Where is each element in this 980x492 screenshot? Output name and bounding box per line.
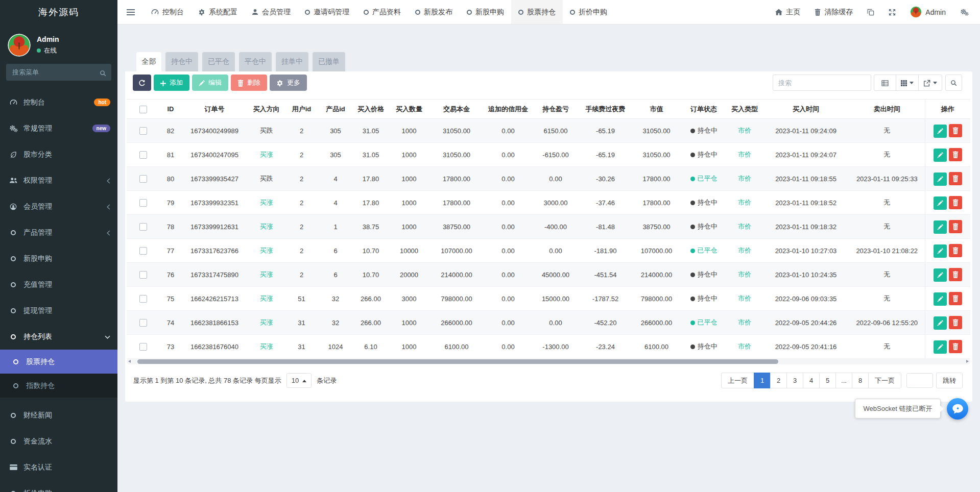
- search-button[interactable]: [945, 75, 962, 91]
- horizontal-scrollbar[interactable]: [127, 358, 970, 364]
- topnav-item-member[interactable]: 会员管理: [245, 0, 298, 24]
- row-checkbox[interactable]: [139, 271, 147, 279]
- pagination-page-8[interactable]: 8: [852, 373, 869, 388]
- topnav-item-stock-position[interactable]: 股票持仓: [511, 0, 563, 24]
- sidebar-toggle-button[interactable]: [117, 0, 144, 24]
- sidebar-item-fund-flow[interactable]: 资金流水: [0, 428, 117, 454]
- topnav-item-product-info[interactable]: 产品资料: [356, 0, 408, 24]
- topnav-item-system-config[interactable]: 系统配置: [191, 0, 245, 24]
- chat-widget-button[interactable]: [947, 398, 968, 420]
- tab-closing[interactable]: 平仓中: [239, 52, 272, 71]
- edit-row-button[interactable]: [934, 220, 947, 234]
- row-checkbox[interactable]: [139, 151, 147, 159]
- topnav-item-discount-buy[interactable]: 折价申购: [563, 0, 614, 24]
- select-all-checkbox[interactable]: [139, 106, 147, 113]
- topnav-settings[interactable]: [953, 0, 976, 24]
- circle-icon: [518, 10, 523, 15]
- edit-row-button[interactable]: [934, 316, 947, 330]
- more-button[interactable]: 更多: [270, 75, 307, 91]
- jump-button[interactable]: 跳转: [936, 373, 963, 388]
- scroll-left-arrow-icon[interactable]: [128, 360, 131, 363]
- sidebar-item-recharge[interactable]: 充值管理: [0, 272, 117, 298]
- scroll-right-arrow-icon[interactable]: [966, 360, 969, 363]
- row-checkbox[interactable]: [139, 319, 147, 327]
- sidebar-item-member[interactable]: 会员管理: [0, 193, 117, 219]
- sidebar-item-finance-news[interactable]: 财经新闻: [0, 402, 117, 428]
- pagination-page-1[interactable]: 1: [754, 373, 771, 388]
- delete-row-button[interactable]: [949, 148, 962, 161]
- delete-row-button[interactable]: [949, 244, 962, 257]
- jump-page-input[interactable]: [906, 373, 933, 388]
- topnav-clear-cache[interactable]: 清除缓存: [807, 0, 860, 24]
- pagination-page-5[interactable]: 5: [819, 373, 836, 388]
- edit-row-button[interactable]: [934, 244, 947, 258]
- pagination-page-4[interactable]: 4: [803, 373, 820, 388]
- table-search-input[interactable]: [773, 75, 871, 91]
- edit-row-button[interactable]: [934, 149, 947, 162]
- pagination-page-2[interactable]: 2: [770, 373, 787, 388]
- delete-row-button[interactable]: [949, 220, 962, 233]
- columns-button[interactable]: [896, 75, 919, 91]
- add-button[interactable]: 添加: [154, 75, 189, 91]
- tab-cancelled[interactable]: 已撤单: [313, 52, 345, 71]
- scrollbar-thumb[interactable]: [137, 359, 778, 364]
- edit-row-button[interactable]: [934, 196, 947, 210]
- delete-row-button[interactable]: [949, 340, 962, 353]
- delete-row-button[interactable]: [949, 172, 962, 185]
- delete-button[interactable]: 删除: [231, 75, 267, 91]
- delete-row-button[interactable]: [949, 316, 962, 329]
- row-checkbox[interactable]: [139, 247, 147, 255]
- row-checkbox[interactable]: [139, 199, 147, 207]
- pagination-next[interactable]: 下一页: [868, 373, 901, 388]
- delete-row-button[interactable]: [949, 124, 962, 137]
- sidebar-item-withdraw[interactable]: 提现管理: [0, 298, 117, 324]
- sidebar-item-realname[interactable]: 实名认证: [0, 454, 117, 480]
- tab-holding[interactable]: 持仓中: [165, 52, 198, 71]
- status-dot-icon: [690, 153, 695, 157]
- edit-button[interactable]: 编辑: [192, 75, 228, 91]
- page-size-select[interactable]: 10: [286, 373, 312, 388]
- delete-row-button[interactable]: [949, 196, 962, 209]
- sidebar-item-console[interactable]: 控制台hot: [0, 89, 117, 115]
- refresh-button[interactable]: [133, 75, 151, 91]
- row-checkbox[interactable]: [139, 175, 147, 183]
- row-checkbox[interactable]: [139, 223, 147, 231]
- pagination-prev[interactable]: 上一页: [721, 373, 754, 388]
- topnav-home[interactable]: 主页: [768, 0, 807, 24]
- topnav-item-ipo-subscribe[interactable]: 新股申购: [460, 0, 511, 24]
- topnav-admin-user[interactable]: Admin: [903, 0, 953, 24]
- row-checkbox[interactable]: [139, 295, 147, 303]
- delete-row-button[interactable]: [949, 292, 962, 305]
- edit-row-button[interactable]: [934, 173, 947, 186]
- row-checkbox[interactable]: [139, 343, 147, 351]
- tab-pending[interactable]: 挂单中: [276, 52, 308, 71]
- detail-view-button[interactable]: [874, 75, 896, 91]
- sidebar-item-market-category[interactable]: 股市分类: [0, 141, 117, 167]
- row-checkbox[interactable]: [139, 127, 147, 135]
- edit-row-button[interactable]: [934, 292, 947, 306]
- sidebar-item-index-position[interactable]: 指数持仓: [0, 374, 117, 398]
- topnav-copy[interactable]: [860, 0, 881, 24]
- sidebar-item-product[interactable]: 产品管理: [0, 219, 117, 245]
- edit-row-button[interactable]: [934, 125, 947, 138]
- delete-row-button[interactable]: [949, 268, 962, 281]
- topnav-item-ipo-publish[interactable]: 新股发布: [408, 0, 460, 24]
- sidebar-item-general[interactable]: 常规管理new: [0, 115, 117, 141]
- sidebar-item-discount-buy[interactable]: 折价申购: [0, 480, 117, 492]
- topnav-item-invite-code[interactable]: 邀请码管理: [298, 0, 356, 24]
- sidebar-item-ipo-subscribe[interactable]: 新股申购: [0, 245, 117, 272]
- pagination-page-3[interactable]: 3: [786, 373, 803, 388]
- cell-profit: -6150.00: [533, 143, 579, 167]
- sidebar-item-permission[interactable]: 权限管理: [0, 167, 117, 193]
- edit-row-button[interactable]: [934, 268, 947, 282]
- cell-buy-price: 10.70: [353, 263, 389, 287]
- topnav-item-console[interactable]: 控制台: [144, 0, 191, 24]
- edit-row-button[interactable]: [934, 340, 947, 354]
- tab-closed[interactable]: 已平仓: [202, 52, 235, 71]
- tab-all[interactable]: 全部: [136, 52, 161, 71]
- export-button[interactable]: [918, 75, 942, 91]
- topnav-fullscreen[interactable]: [881, 0, 903, 24]
- sidebar-item-stock-position[interactable]: 股票持仓: [0, 350, 117, 374]
- sidebar-item-position-list[interactable]: 持仓列表: [0, 324, 117, 350]
- menu-search-input[interactable]: [6, 64, 111, 81]
